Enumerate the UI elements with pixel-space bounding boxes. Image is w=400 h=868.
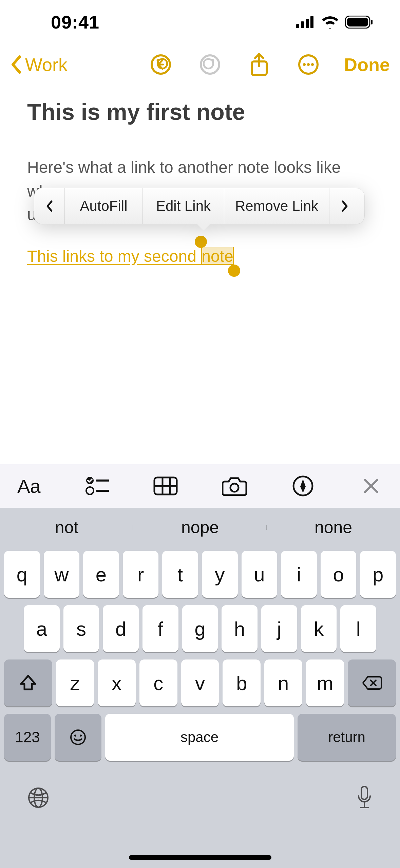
table-button[interactable] bbox=[153, 476, 178, 495]
key-space[interactable]: space bbox=[105, 714, 294, 761]
markup-button[interactable] bbox=[291, 475, 315, 497]
status-time: 09:41 bbox=[51, 12, 99, 33]
undo-icon bbox=[150, 54, 171, 75]
svg-point-31 bbox=[80, 735, 82, 737]
ellipsis-circle-icon bbox=[298, 54, 319, 75]
more-button[interactable] bbox=[293, 54, 324, 75]
context-menu-remove-link[interactable]: Remove Link bbox=[224, 188, 329, 224]
context-menu-prev[interactable] bbox=[34, 188, 65, 224]
link-text-prefix: This links to my second bbox=[27, 247, 201, 265]
checklist-button[interactable] bbox=[85, 476, 109, 496]
shift-icon bbox=[19, 674, 37, 692]
svg-rect-35 bbox=[361, 786, 367, 799]
done-button[interactable]: Done bbox=[344, 54, 390, 75]
status-icons bbox=[296, 16, 373, 29]
nav-bar: Work Done bbox=[0, 44, 400, 85]
suggestion-bar: not nope none bbox=[0, 508, 400, 547]
key-numbers[interactable]: 123 bbox=[4, 714, 51, 761]
back-label: Work bbox=[25, 54, 68, 75]
checklist-icon bbox=[85, 476, 109, 496]
context-menu-edit-link[interactable]: Edit Link bbox=[143, 188, 224, 224]
share-button[interactable] bbox=[244, 53, 274, 76]
key-u[interactable]: u bbox=[242, 551, 278, 598]
text-selection[interactable]: note bbox=[201, 247, 234, 265]
key-s[interactable]: s bbox=[63, 605, 99, 652]
context-menu: AutoFill Edit Link Remove Link bbox=[34, 188, 365, 224]
undo-button[interactable] bbox=[146, 54, 176, 75]
close-toolbar-button[interactable] bbox=[359, 478, 383, 494]
emoji-icon bbox=[70, 729, 87, 746]
suggestion-3[interactable]: none bbox=[267, 518, 400, 537]
close-icon bbox=[363, 478, 379, 494]
suggestion-2[interactable]: nope bbox=[133, 518, 267, 537]
key-z[interactable]: z bbox=[56, 659, 94, 706]
key-m[interactable]: m bbox=[306, 659, 344, 706]
backspace-icon bbox=[362, 675, 382, 690]
globe-button[interactable] bbox=[27, 786, 50, 810]
key-p[interactable]: p bbox=[360, 551, 396, 598]
key-v[interactable]: v bbox=[181, 659, 219, 706]
chevron-left-icon bbox=[10, 55, 22, 74]
key-k[interactable]: k bbox=[301, 605, 337, 652]
key-b[interactable]: b bbox=[223, 659, 261, 706]
chevron-left-icon bbox=[45, 200, 54, 212]
key-shift[interactable] bbox=[4, 659, 52, 706]
key-y[interactable]: y bbox=[202, 551, 238, 598]
svg-point-23 bbox=[230, 484, 239, 492]
cellular-icon bbox=[296, 16, 315, 28]
svg-point-14 bbox=[311, 63, 314, 66]
context-menu-pointer bbox=[197, 224, 210, 231]
key-h[interactable]: h bbox=[222, 605, 258, 652]
key-rows: q w e r t y u i o p a s d f g h j k l z bbox=[0, 547, 400, 768]
key-emoji[interactable] bbox=[55, 714, 101, 761]
key-w[interactable]: w bbox=[44, 551, 80, 598]
back-button[interactable]: Work bbox=[10, 54, 68, 75]
note-title[interactable]: This is my first note bbox=[27, 98, 373, 125]
svg-rect-2 bbox=[306, 19, 309, 28]
key-i[interactable]: i bbox=[281, 551, 317, 598]
key-j[interactable]: j bbox=[261, 605, 297, 652]
key-t[interactable]: t bbox=[162, 551, 198, 598]
key-c[interactable]: c bbox=[139, 659, 177, 706]
battery-icon bbox=[345, 16, 373, 29]
svg-rect-1 bbox=[301, 21, 304, 28]
selection-handle-end[interactable] bbox=[228, 265, 240, 277]
redo-button[interactable] bbox=[195, 54, 225, 75]
svg-point-30 bbox=[74, 735, 76, 737]
note-content[interactable]: This is my first note Here's what a link… bbox=[0, 85, 400, 266]
suggestion-1[interactable]: not bbox=[0, 518, 133, 537]
svg-point-29 bbox=[71, 730, 85, 744]
context-menu-autofill[interactable]: AutoFill bbox=[65, 188, 143, 224]
camera-button[interactable] bbox=[222, 476, 247, 496]
key-f[interactable]: f bbox=[142, 605, 178, 652]
key-backspace[interactable] bbox=[348, 659, 396, 706]
key-x[interactable]: x bbox=[98, 659, 136, 706]
chevron-right-icon bbox=[341, 200, 349, 212]
format-toolbar: Aa bbox=[0, 464, 400, 508]
key-o[interactable]: o bbox=[321, 551, 357, 598]
svg-rect-3 bbox=[310, 16, 313, 28]
globe-icon bbox=[27, 786, 50, 809]
key-d[interactable]: d bbox=[103, 605, 139, 652]
key-l[interactable]: l bbox=[340, 605, 376, 652]
key-q[interactable]: q bbox=[4, 551, 40, 598]
table-icon bbox=[153, 476, 178, 495]
key-n[interactable]: n bbox=[264, 659, 302, 706]
keyboard: not nope none q w e r t y u i o p a s d … bbox=[0, 508, 400, 868]
key-g[interactable]: g bbox=[182, 605, 218, 652]
text-style-button[interactable]: Aa bbox=[17, 475, 41, 497]
home-indicator[interactable] bbox=[129, 855, 271, 860]
wifi-icon bbox=[321, 16, 339, 29]
pen-circle-icon bbox=[292, 475, 314, 497]
status-bar: 09:41 bbox=[0, 0, 400, 44]
key-e[interactable]: e bbox=[83, 551, 119, 598]
svg-point-12 bbox=[303, 63, 306, 66]
dictation-button[interactable] bbox=[356, 785, 373, 812]
key-a[interactable]: a bbox=[24, 605, 60, 652]
note-link[interactable]: This links to my second note bbox=[27, 247, 234, 266]
svg-rect-6 bbox=[371, 20, 373, 24]
key-r[interactable]: r bbox=[123, 551, 159, 598]
key-return[interactable]: return bbox=[298, 714, 396, 761]
svg-rect-5 bbox=[347, 18, 368, 26]
context-menu-next[interactable] bbox=[329, 188, 360, 224]
